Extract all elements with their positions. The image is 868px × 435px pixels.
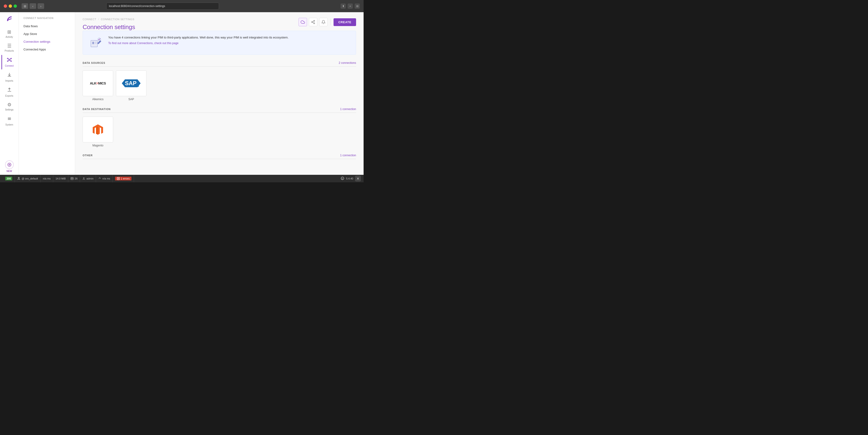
version-icon: ⓐ [341, 177, 344, 180]
activity-icon: ⊞ [7, 30, 11, 34]
svg-rect-21 [92, 42, 94, 44]
status-errors[interactable]: 1 errors [113, 175, 134, 182]
sidebar-link-data-flows[interactable]: Data flows [19, 22, 75, 30]
user-icon [83, 177, 85, 180]
other-count: 1 connection [340, 154, 356, 157]
sidebar-item-settings[interactable]: ⚙ Settings [1, 100, 18, 113]
svg-point-28 [18, 177, 20, 179]
new-button[interactable] [5, 160, 13, 169]
forward-button[interactable]: › [37, 3, 44, 9]
share-button[interactable]: ⬆ [341, 3, 346, 9]
close-button[interactable] [4, 4, 7, 8]
banner-link[interactable]: To find out more about Connections, chec… [108, 41, 179, 45]
sidebar-item-imports[interactable]: Imports [1, 70, 18, 85]
alkemics-card-wrapper: ALK=MICS Alkemics [83, 70, 113, 101]
sap-card[interactable]: SAP [116, 70, 147, 96]
db-icon [71, 177, 73, 180]
svg-text:ⓐ: ⓐ [342, 178, 343, 180]
browser-navigation: ⊞ ‹ › [22, 3, 44, 9]
data-sources-section: DATA SOURCES 2 connections ALK=MICS Alke… [83, 61, 356, 101]
data-sources-cards: ALK=MICS Alkemics SAP SAP [83, 70, 356, 101]
status-api-time: n/a ms [41, 175, 53, 182]
breadcrumb-separator: / [98, 18, 99, 21]
status-bar: 200 @ oro_default n/a ms 14.0 MiB 26 adm… [0, 175, 364, 182]
svg-line-8 [10, 60, 10, 61]
banner-text: You have 4 connections linking your PIM … [108, 35, 288, 45]
share-icon-btn[interactable] [309, 18, 317, 26]
svg-rect-29 [71, 177, 73, 180]
svg-point-3 [7, 61, 8, 62]
sap-card-wrapper: SAP SAP [116, 70, 147, 101]
http-code-badge: 200 [5, 177, 12, 180]
breadcrumb-parent[interactable]: CONNECT [83, 18, 96, 21]
data-sources-count: 2 connections [339, 61, 356, 64]
browser-right-controls: ⬆ + ⊟ [341, 3, 360, 9]
data-sources-title: DATA SOURCES [83, 61, 105, 64]
browser-chrome: ⊞ ‹ › localhost:8080/#/connect/connectio… [0, 0, 364, 12]
exports-icon [7, 87, 12, 93]
sidebar-item-system[interactable]: System [1, 114, 18, 128]
svg-text:SAP: SAP [125, 80, 136, 86]
data-destination-cards: Magento [83, 117, 356, 147]
new-tab-button[interactable]: + [348, 3, 353, 9]
svg-line-18 [313, 22, 314, 23]
data-destination-count: 1 connection [340, 107, 356, 111]
header-actions: CREATE [299, 18, 356, 26]
close-status-button[interactable] [355, 176, 361, 181]
bell-icon-btn[interactable] [319, 18, 328, 26]
svg-point-32 [83, 178, 84, 179]
window-button[interactable]: ⊟ [355, 3, 360, 9]
magento-label: Magento [92, 144, 103, 147]
breadcrumb-current: CONNECTION SETTINGS [101, 18, 134, 21]
maximize-button[interactable] [13, 4, 17, 8]
status-user-time: n/a ms [96, 175, 113, 182]
sidebar-item-exports[interactable]: Exports [1, 85, 18, 99]
address-bar[interactable]: localhost:8080/#/connect/connection-sett… [106, 3, 219, 10]
magento-card[interactable] [83, 117, 113, 143]
sap-logo-svg: SAP [122, 77, 141, 89]
errors-badge: 1 errors [115, 177, 131, 180]
settings-icon: ⚙ [7, 102, 11, 107]
svg-point-15 [314, 21, 315, 22]
icon-nav: ⊞ Activity ☰ Products Con [0, 12, 19, 175]
create-button[interactable]: CREATE [334, 18, 356, 26]
banner-illustration [89, 35, 103, 50]
status-org[interactable]: @ oro_default [15, 175, 40, 182]
info-banner: You have 4 connections linking your PIM … [83, 31, 356, 55]
back-button[interactable]: ‹ [30, 3, 36, 9]
sidebar-link-connection-settings[interactable]: Connection settings [19, 38, 75, 45]
page-title: Connection settings [83, 24, 135, 31]
svg-point-16 [312, 22, 313, 23]
sidebar-link-connected-apps[interactable]: Connected Apps [19, 45, 75, 53]
svg-line-5 [8, 59, 9, 60]
alkemics-label: Alkemics [92, 98, 103, 101]
version-label: ⓐ [341, 177, 344, 180]
status-user: admin [80, 175, 96, 182]
main-content: CONNECT / CONNECTION SETTINGS Connection… [75, 12, 364, 175]
data-destination-section: DATA DESTINATION 1 connection Magento [83, 107, 356, 147]
sidebar-toggle[interactable]: ⊞ [22, 3, 28, 9]
sidebar-link-app-store[interactable]: App Store [19, 30, 75, 38]
sidebar-item-connect[interactable]: Connect [1, 55, 18, 69]
minimize-button[interactable] [9, 4, 12, 8]
alkemics-logo: ALK=MICS [90, 82, 106, 85]
system-icon [7, 116, 12, 122]
arrow-icon [98, 177, 101, 180]
other-header: OTHER 1 connection [83, 154, 356, 159]
other-title: OTHER [83, 154, 93, 157]
magento-logo-svg [91, 122, 105, 136]
sidebar-item-products[interactable]: ☰ Products [1, 41, 18, 55]
svg-line-19 [313, 21, 314, 22]
products-icon: ☰ [7, 43, 11, 48]
alkemics-card[interactable]: ALK=MICS [83, 70, 113, 96]
cloud-icon-btn[interactable] [299, 18, 307, 26]
status-memory: 14.0 MiB [53, 175, 68, 182]
sidebar-item-activity[interactable]: ⊞ Activity [1, 27, 18, 40]
svg-point-4 [10, 61, 11, 62]
banner-message: You have 4 connections linking your PIM … [108, 35, 288, 40]
connect-sidebar: CONNECT NAVIGATION Data flows App Store … [19, 12, 75, 175]
org-icon [17, 177, 21, 180]
app-logo[interactable] [5, 14, 13, 23]
sap-label: SAP [128, 98, 134, 101]
data-sources-header: DATA SOURCES 2 connections [83, 61, 356, 67]
